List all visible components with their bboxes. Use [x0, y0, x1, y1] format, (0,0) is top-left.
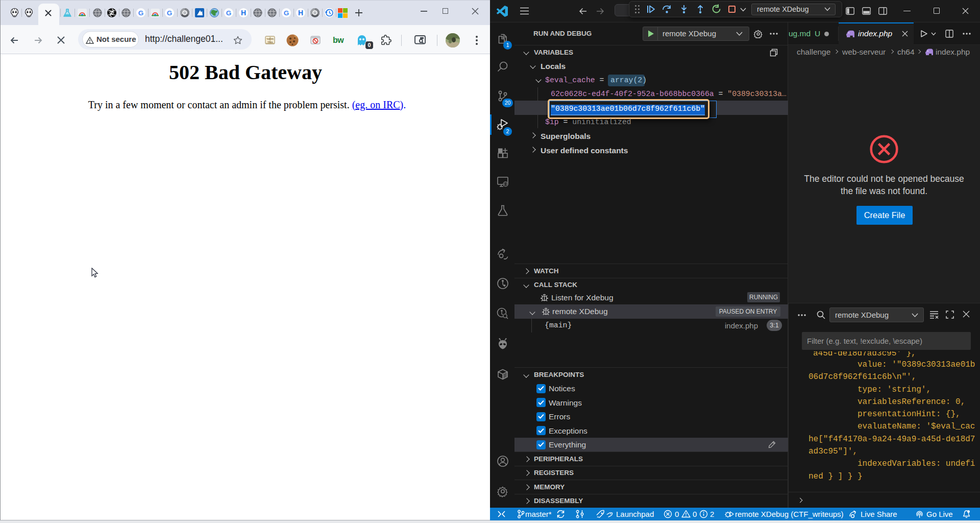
svg-text:H: H	[241, 9, 246, 17]
svg-text:G: G	[284, 9, 289, 17]
svg-text:G: G	[226, 9, 232, 17]
svg-text:G: G	[167, 9, 173, 17]
svg-text:H: H	[298, 9, 303, 17]
svg-text:בבלי: בבלי	[267, 40, 273, 43]
svg-text:G: G	[138, 9, 144, 17]
